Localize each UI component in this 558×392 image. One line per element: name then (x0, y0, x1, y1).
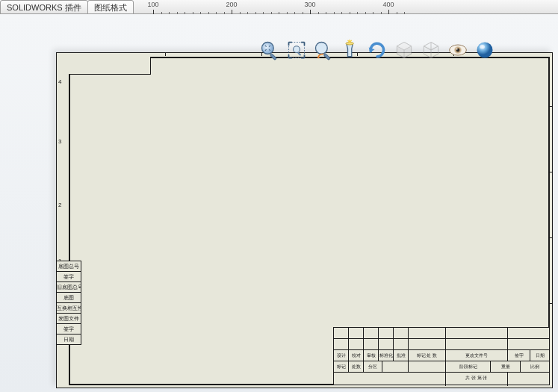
svg-rect-1 (270, 53, 276, 60)
drawing-sheet[interactable]: 4 3 2 1 底图总号 签字 旧底图总号 底图 互换相互性 发图文件 签字 (56, 52, 553, 388)
stub-item: 底图总号 (57, 261, 81, 272)
display-style-button[interactable] (392, 38, 416, 62)
tab-plugin[interactable]: SOLIDWORKS 插件 (0, 0, 88, 14)
drawing-viewport[interactable]: 4 3 2 1 底图总号 签字 旧底图总号 底图 互换相互性 发图文件 签字 (0, 14, 558, 392)
svg-point-13 (480, 45, 485, 49)
svg-point-5 (316, 43, 328, 55)
svg-rect-6 (323, 53, 330, 60)
redo-arrow-icon (367, 40, 388, 60)
stub-item: 底图 (57, 292, 81, 303)
shaded-cube-icon (394, 40, 415, 60)
zoom-area-icon (286, 40, 307, 60)
svg-rect-4 (297, 52, 301, 56)
previous-view-button[interactable] (311, 38, 335, 62)
view-toolbar (258, 37, 497, 63)
stub-item: 签字 (57, 323, 81, 335)
appearance-button[interactable] (473, 38, 497, 62)
stub-item: 发图文件 (57, 313, 81, 324)
svg-point-0 (262, 43, 274, 55)
zoom-area-button[interactable] (285, 38, 309, 62)
zoom-fit-button[interactable] (258, 38, 282, 62)
sphere-icon (474, 40, 495, 60)
revision-stubs: 底图总号 签字 旧底图总号 底图 互换相互性 发图文件 签字 日期 (57, 261, 81, 344)
magnifier-back-icon (313, 40, 334, 60)
redo-view-button[interactable] (365, 38, 389, 62)
stub-item: 签字 (57, 271, 81, 282)
svg-point-11 (456, 49, 458, 50)
wireframe-button[interactable] (419, 38, 443, 62)
stub-item: 日期 (57, 334, 81, 345)
sheet-corner-notch (69, 57, 151, 75)
eye-icon (447, 40, 468, 60)
svg-point-3 (294, 46, 300, 53)
stub-item: 互换相互性 (57, 302, 81, 314)
tab-sheet-format[interactable]: 图纸格式 (87, 0, 134, 14)
magnifier-fit-icon (259, 40, 280, 60)
svg-point-7 (346, 43, 354, 46)
hide-show-button[interactable] (446, 38, 470, 62)
section-view-button[interactable] (338, 38, 362, 62)
title-block[interactable]: 设计 校对 审核 标准化 批准 标记 处 数 更改文件号 签字 日期 标记 处数… (333, 327, 550, 385)
svg-point-12 (477, 43, 493, 58)
stub-item: 旧底图总号 (57, 281, 81, 293)
wire-cube-icon (421, 40, 441, 60)
flashlight-icon (340, 40, 361, 60)
